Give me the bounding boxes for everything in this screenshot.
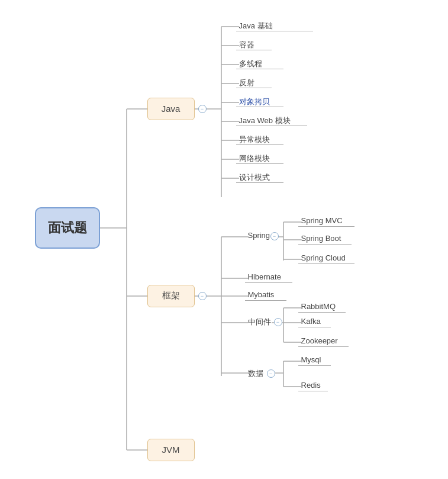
mybatis: Mybatis <box>248 290 275 299</box>
spring-label: Spring <box>248 231 270 240</box>
framework-collapse-dot[interactable]: − <box>198 292 207 300</box>
java-child-exception: 异常模块 <box>239 134 270 145</box>
kafka: Kafka <box>301 317 321 326</box>
java-collapse-dot[interactable]: − <box>198 105 207 113</box>
java-child-container: 容器 <box>239 40 254 50</box>
jvm-label: JVM <box>162 445 180 455</box>
data-collapse-dot[interactable]: − <box>267 369 275 378</box>
java-child-design-pattern: 设计模式 <box>239 172 270 183</box>
java-child-web: Java Web 模块 <box>239 115 291 126</box>
data-label: 数据 <box>248 368 263 379</box>
java-child-java-basics: Java 基础 <box>239 21 273 31</box>
java-child-network: 网络模块 <box>239 153 270 164</box>
redis: Redis <box>301 381 321 390</box>
middleware-collapse-dot[interactable]: − <box>274 318 282 326</box>
java-child-object-copy: 对象拷贝 <box>239 97 270 107</box>
spring-collapse-dot[interactable]: − <box>270 232 279 240</box>
java-child-multithreading: 多线程 <box>239 59 262 69</box>
java-label: Java <box>162 104 181 114</box>
spring-boot: Spring Boot <box>301 234 341 243</box>
spring-cloud: Spring Cloud <box>301 253 346 262</box>
mysql: Mysql <box>301 355 321 364</box>
jvm-node[interactable]: JVM <box>147 439 195 461</box>
framework-label: 框架 <box>162 290 180 301</box>
root-node: 面试题 <box>35 207 100 249</box>
rabbitmq: RabbitMQ <box>301 302 336 311</box>
framework-node[interactable]: 框架 <box>147 285 195 307</box>
middleware-label: 中间件 <box>248 317 271 327</box>
mindmap-container: 面试题 Java − Java 基础 容器 多线程 反射 对象拷贝 Java W… <box>11 6 437 474</box>
root-label: 面试题 <box>48 219 87 237</box>
java-node[interactable]: Java <box>147 98 195 120</box>
zookeeper: Zookeeper <box>301 336 338 345</box>
spring-mvc: Spring MVC <box>301 216 343 225</box>
hibernate: Hibernate <box>248 272 281 281</box>
java-child-reflection: 反射 <box>239 78 254 88</box>
